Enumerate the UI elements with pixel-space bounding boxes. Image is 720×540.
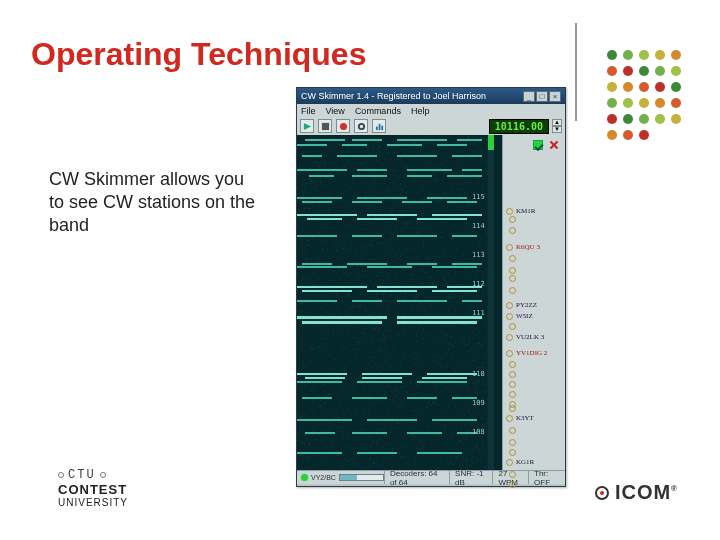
stop-icon[interactable] [318,119,332,133]
status-progress [339,474,384,481]
idle-marker-icon [509,287,516,294]
ctu-logo-top: CTU [68,468,96,482]
callsign-row[interactable]: W5IZ [506,312,533,320]
callsign-text: KG1R [516,458,534,466]
callsign-text: PY2ZZ [516,301,537,309]
window-close-button[interactable]: × [549,91,561,102]
freq-tick-label: 114 [472,222,485,230]
window-titlebar[interactable]: CW Skimmer 1.4 - Registered to Joel Harr… [297,88,565,104]
idle-marker-icon [509,405,516,412]
freq-up-button[interactable]: ▲ [552,119,562,126]
idle-marker-icon [509,427,516,434]
callsign-row[interactable]: KG1R [506,458,534,466]
icom-o-icon [595,486,609,500]
header-dot-grid [607,50,695,140]
idle-marker-icon [509,275,516,282]
idle-marker-icon [509,471,516,478]
callsign-text: K6QU 3 [516,243,540,251]
statusbar: VY2/BC Decoders: 64 of 64 SNR: -1 dB 27 … [297,470,565,484]
header-dot [655,98,665,108]
callsign-row[interactable]: VU2LK 3 [506,333,544,341]
freq-tick-label: 108 [472,428,485,436]
spectrum-icon[interactable] [372,119,386,133]
idle-marker-icon [509,381,516,388]
freq-tick-label: 113 [472,251,485,259]
header-dot [671,82,681,92]
svg-rect-4 [375,126,377,130]
reject-icon[interactable] [549,140,559,150]
freq-tick-label: 110 [472,370,485,378]
menubar: FileViewCommandsHelp [297,104,565,117]
record-icon[interactable] [336,119,350,133]
callsign-text: YV1DIG 2 [516,349,547,357]
frequency-readout[interactable]: 10116.00 [489,119,549,134]
icom-logo: ICOM® [595,481,678,504]
toolbar: 10116.00 ▲▼ [297,117,565,135]
svg-point-3 [358,123,363,128]
header-dot [607,82,617,92]
status-snr: SNR: -1 dB [449,471,492,484]
ctu-logo-bot: UNIVERSITY [58,497,128,508]
frequency-stepper[interactable]: ▲▼ [552,119,562,133]
gear-icon[interactable] [354,119,368,133]
header-dot [607,98,617,108]
callsign-row[interactable]: YV1DIG 2 [506,349,547,357]
header-dot [655,66,665,76]
menu-help[interactable]: Help [411,106,430,116]
callsign-row[interactable]: PY2ZZ [506,301,537,309]
idle-marker-icon [509,449,516,456]
callsign-text: W5IZ [516,312,533,320]
header-divider [575,23,577,121]
header-dot [655,50,665,60]
idle-marker-icon [509,255,516,262]
callsign-marker-icon [506,334,513,341]
header-dot [623,130,633,140]
header-dot [671,66,681,76]
accept-icon[interactable] [533,140,543,150]
callsign-marker-icon [506,244,513,251]
waterfall-display[interactable]: 115114113112111110109108 [297,135,502,470]
header-dot [655,82,665,92]
status-decoders: Decoders: 64 of 64 [384,471,449,484]
freq-tick-label: 109 [472,399,485,407]
window-minimize-button[interactable]: _ [523,91,535,102]
svg-rect-1 [321,122,328,129]
frequency-scale[interactable]: 115114113112111110109108 [487,135,494,470]
menu-file[interactable]: File [301,106,316,116]
header-dot [639,114,649,124]
header-dot [623,50,633,60]
header-dot [607,66,617,76]
header-dot [671,98,681,108]
play-icon[interactable] [300,119,314,133]
menu-commands[interactable]: Commands [355,106,401,116]
ctu-logo: CTU CONTEST UNIVERSITY [58,468,128,508]
idle-marker-icon [509,371,516,378]
passband-marker[interactable] [488,135,494,150]
header-dot [639,130,649,140]
callsign-marker-icon [506,208,513,215]
idle-marker-icon [509,216,516,223]
freq-tick-label: 111 [472,309,485,317]
window-maximize-button[interactable]: □ [536,91,548,102]
header-dot [639,50,649,60]
window-title-text: CW Skimmer 1.4 - Registered to Joel Harr… [301,88,486,104]
svg-rect-6 [381,125,383,130]
callsign-marker-icon [506,302,513,309]
freq-down-button[interactable]: ▼ [552,126,562,133]
idle-marker-icon [509,361,516,368]
body-text: CW Skimmer allows you to see CW stations… [49,168,259,237]
header-dot [623,98,633,108]
idle-marker-icon [509,439,516,446]
idle-marker-icon [509,481,516,488]
callsign-row[interactable]: K3YT [506,414,534,422]
status-led-icon [301,474,308,481]
menu-view[interactable]: View [326,106,345,116]
callsign-row[interactable]: KM1R [506,207,535,215]
svg-rect-5 [378,123,380,129]
idle-marker-icon [509,267,516,274]
svg-marker-0 [303,122,310,129]
header-dot [639,98,649,108]
header-dot [639,82,649,92]
callsign-row[interactable]: K6QU 3 [506,243,540,251]
header-dot [671,50,681,60]
